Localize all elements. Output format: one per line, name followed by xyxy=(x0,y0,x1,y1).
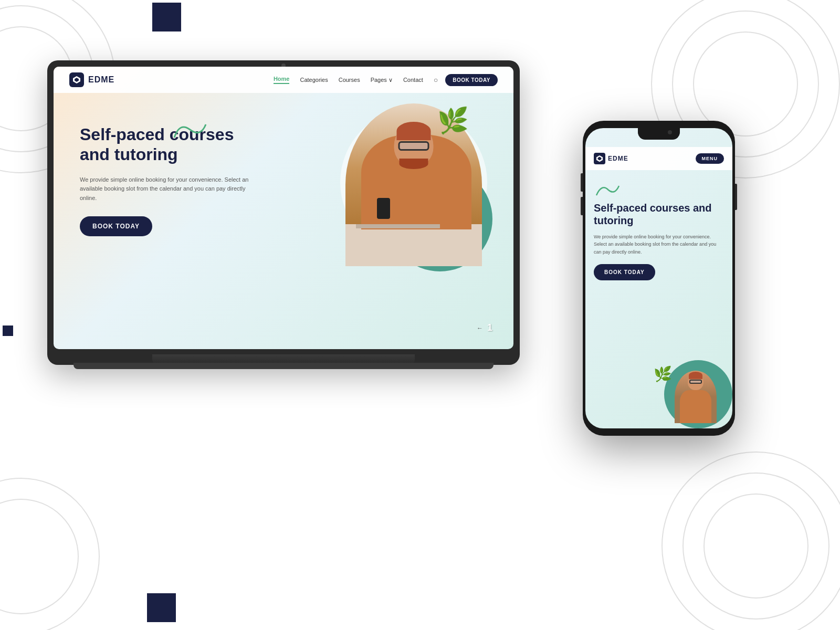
bg-circle-decoration xyxy=(662,452,840,630)
phone-hero-section: Self-paced courses and tutoring We provi… xyxy=(585,170,732,286)
nav-link-pages[interactable]: Pages ∨ xyxy=(371,77,393,83)
nav-book-button[interactable]: BOOK TODAY xyxy=(445,74,498,86)
laptop-hero-description: We provide simple online booking for you… xyxy=(80,175,264,203)
slide-indicator: ← 1 xyxy=(477,322,492,333)
laptop-hero-image: 🌿 xyxy=(330,103,498,282)
plant-decoration: 🌿 xyxy=(437,106,469,135)
phone-device: EDME MENU Self-paced courses and tutorin… xyxy=(583,121,735,436)
decorative-square xyxy=(3,326,13,336)
chevron-down-icon: ∨ xyxy=(388,77,393,83)
nav-link-home[interactable]: Home xyxy=(274,76,290,84)
laptop-screen: EDME Home Categories Courses Pages ∨ Con… xyxy=(54,67,513,349)
prev-slide-arrow[interactable]: ← xyxy=(477,324,483,332)
phone-power-button xyxy=(735,184,737,210)
phone-website-content: EDME MENU Self-paced courses and tutorin… xyxy=(585,128,732,428)
nav-link-courses[interactable]: Courses xyxy=(339,77,360,83)
bg-circle-decoration xyxy=(0,478,100,630)
nav-link-contact[interactable]: Contact xyxy=(403,77,423,83)
phone-book-today-button[interactable]: BOOK TODAY xyxy=(594,264,655,280)
laptop-foot xyxy=(74,363,494,369)
phone-hero-description: We provide simple online booking for you… xyxy=(594,233,724,256)
laptop-body: EDME Home Categories Courses Pages ∨ Con… xyxy=(47,60,520,365)
phone-volume-down-button xyxy=(581,197,583,215)
phone-screen: EDME MENU Self-paced courses and tutorin… xyxy=(585,128,732,428)
laptop-nav-logo: EDME xyxy=(69,72,114,87)
laptop-navbar: EDME Home Categories Courses Pages ∨ Con… xyxy=(54,67,513,93)
phone-navbar: EDME MENU xyxy=(585,147,732,170)
phone-camera xyxy=(668,130,672,134)
laptop-book-today-button[interactable]: BOOK TODAY xyxy=(80,216,152,236)
phone-nav-logo: EDME xyxy=(594,153,628,164)
decorative-square xyxy=(152,3,181,32)
slide-number: 1 xyxy=(487,322,492,333)
phone-notch xyxy=(638,128,680,140)
bg-circle-decoration xyxy=(704,494,808,598)
phone-logo-icon xyxy=(594,153,605,164)
bg-circle-decoration xyxy=(682,472,830,620)
squiggle-decoration xyxy=(169,117,211,143)
phone-plant-decoration: 🌿 xyxy=(654,365,672,383)
logo-svg xyxy=(72,76,81,84)
laptop-hero-section: Self-paced courses and tutoring We provi… xyxy=(54,93,513,349)
logo-icon xyxy=(69,72,84,87)
phone-logo-svg xyxy=(596,155,603,162)
phone-hero-image: 🌿 xyxy=(648,365,732,428)
laptop-device: EDME Home Categories Courses Pages ∨ Con… xyxy=(47,60,520,386)
phone-squiggle xyxy=(594,181,620,199)
nav-brand-name: EDME xyxy=(88,75,114,85)
search-icon[interactable]: ○ xyxy=(434,76,438,84)
phone-hero-title: Self-paced courses and tutoring xyxy=(594,202,724,227)
phone-menu-button[interactable]: MENU xyxy=(696,153,724,164)
phone-body: EDME MENU Self-paced courses and tutorin… xyxy=(583,121,735,436)
phone-person-image xyxy=(675,371,717,423)
nav-link-categories[interactable]: Categories xyxy=(300,77,328,83)
decorative-square xyxy=(147,593,176,622)
laptop-hero-text: Self-paced courses and tutoring We provi… xyxy=(80,124,264,236)
phone-brand-name: EDME xyxy=(608,155,628,162)
bg-circle-decoration xyxy=(0,499,79,614)
nav-links-container: Home Categories Courses Pages ∨ Contact xyxy=(274,76,423,84)
phone-volume-up-button xyxy=(581,173,583,192)
laptop-website-content: EDME Home Categories Courses Pages ∨ Con… xyxy=(54,67,513,349)
